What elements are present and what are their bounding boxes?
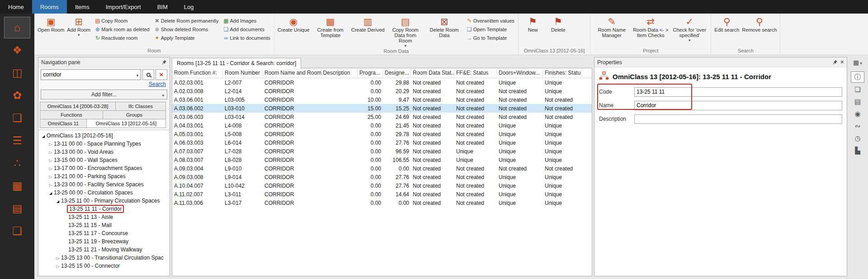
tree-expander-icon[interactable] (47, 165, 54, 171)
tab-omniclass-13[interactable]: OmniClass 13 [2012-05-16] (86, 119, 166, 128)
table-row[interactable]: A.05.03.001 L5-008 CORRIDOR 0.00 29.78 N… (172, 130, 592, 138)
menu-import-export[interactable]: Import/Export (98, 0, 149, 14)
add-room-button[interactable]: ⊞ Add Room (66, 14, 92, 37)
delete-room-permanently-button[interactable]: ✖ Delete Room permanently (153, 16, 219, 25)
tree-item[interactable]: 13-25 11 21 - Moving Walkway (38, 246, 170, 254)
systems-icon[interactable]: ◫ (5, 62, 30, 83)
tab-omniclass-14[interactable]: OmniClass 14 [2006-03-28] (40, 102, 116, 111)
workflow-icon[interactable]: ∴ (5, 153, 30, 174)
datasets-icon[interactable]: ☰ (5, 130, 30, 151)
tree-item[interactable]: 13-21 00 00 - Parking Spaces (38, 172, 170, 180)
search-go-button[interactable] (142, 69, 154, 80)
tab-ifc-classes[interactable]: Ifc Classes (115, 102, 166, 111)
open-template-button[interactable]: ❏ Open Template (466, 25, 514, 33)
column-header-room-number[interactable]: Room Number (223, 68, 263, 78)
tree-item[interactable]: 13-11 00 00 - Space Planning Types (38, 140, 170, 148)
tree-item[interactable]: 13-25 11 00 - Primary Circulation Spaces (38, 197, 170, 205)
info-icon[interactable]: ⓘ (851, 71, 864, 83)
menu-bim[interactable]: BIM (149, 0, 176, 14)
tree-item[interactable]: 13-17 00 00 - Encroachment Spaces (38, 164, 170, 172)
tree-item[interactable]: OmniClass 13 [2012-05-16] (38, 132, 170, 140)
open-room-button[interactable]: ▣ Open Room (36, 14, 66, 37)
add-filter-dropdown[interactable]: Add filter... (41, 90, 167, 99)
overwritten-values-button[interactable]: ✎ Overwritten values (466, 16, 514, 25)
column-header-finishes-status[interactable]: Finishes: Statu (543, 68, 582, 78)
attachment-icon[interactable]: ∾ (851, 120, 864, 132)
tree-item[interactable]: 13-25 11 11 - Corridor (38, 205, 170, 213)
menu-items[interactable]: Items (67, 0, 98, 14)
search-link[interactable]: Search (149, 81, 166, 87)
preview-icon[interactable]: ◉ (851, 108, 864, 119)
column-header-room-function[interactable]: Room Function #: (172, 68, 223, 78)
tree-item[interactable]: 13-25 11 19 - Breezeway (38, 237, 170, 246)
tree-expander-icon[interactable] (47, 157, 54, 163)
tree-expander-icon[interactable] (47, 149, 54, 155)
tree-item[interactable]: 13-25 11 17 - Concourse (38, 229, 170, 237)
items-icon[interactable]: ❖ (5, 40, 30, 61)
tree-item[interactable]: 13-25 11 13 - Aisle (38, 213, 170, 221)
products-icon[interactable]: ✿ (5, 85, 30, 106)
table-row[interactable]: A.07.03.007 L7-028 CORRIDOR 0.00 96.59 N… (172, 147, 592, 156)
link-to-documents-button[interactable]: ∞ Link to documents (222, 33, 270, 42)
remove-search-button[interactable]: ⚲ Remove search (741, 14, 778, 33)
tab-functions[interactable]: Functions (40, 110, 103, 119)
table-row[interactable]: A.09.03.008 L9-014 CORRIDOR 0.00 27.76 N… (172, 173, 592, 181)
tree-expander-icon[interactable] (47, 189, 54, 196)
menu-rooms[interactable]: Rooms (32, 0, 67, 14)
search-clear-button[interactable] (156, 69, 167, 80)
table-row[interactable]: A.08.03.007 L8-028 CORRIDOR 0.00 106.55 … (172, 156, 592, 164)
menu-home[interactable]: Home (0, 0, 32, 14)
tree-item[interactable]: 13-23 00 00 - Facility Service Spaces (38, 180, 170, 189)
tree-expander-icon[interactable] (47, 141, 54, 147)
table-row[interactable]: A.09.03.004 L9-010 CORRIDOR 0.00 0.00 No… (172, 164, 592, 173)
tree-expander-icon[interactable] (55, 263, 61, 269)
tree-expander-icon[interactable] (55, 198, 61, 204)
copy-room-data-from-room-button[interactable]: ▤ Copy Room Data from Room (386, 14, 425, 48)
document-icon[interactable]: ❏ (851, 84, 864, 95)
tab-omniclass-11[interactable]: OmniClass 11 (40, 119, 87, 128)
history-icon[interactable]: ◷ (851, 132, 864, 144)
rooms-table-tab[interactable]: Rooms [13-25 11 11 - Corridor & Search: … (172, 58, 301, 68)
search-input[interactable] (41, 70, 134, 79)
delete-classification-button[interactable]: ⚑ Delete (546, 14, 571, 33)
add-images-button[interactable]: ▦ Add Images (222, 16, 270, 25)
table-row[interactable]: A.10.04.007 L10-042 CORRIDOR 0.00 27.76 … (172, 181, 592, 190)
layout-selector-button[interactable]: ▦ (853, 57, 862, 68)
edit-search-button[interactable]: ⚲ Edit search (713, 14, 741, 33)
documents-icon[interactable]: ❏ (5, 108, 30, 128)
room-data-item-checks-button[interactable]: ⇄ Room Data <- > Item Checks (631, 14, 670, 43)
tree-expander-icon[interactable] (47, 181, 54, 188)
mark-room-as-deleted-button[interactable]: ⊗ Mark room as deleted (94, 25, 149, 33)
pin-icon[interactable] (833, 60, 838, 65)
code-input[interactable] (634, 87, 842, 97)
tree-expander-icon[interactable] (47, 173, 54, 180)
tab-groups[interactable]: Groups (103, 110, 166, 119)
close-icon[interactable] (840, 59, 844, 66)
description-input[interactable] (634, 114, 842, 124)
pin-icon[interactable] (162, 60, 167, 65)
handbook-icon[interactable]: ▤ (5, 198, 30, 219)
chart-icon[interactable]: ▙ (851, 145, 864, 156)
report-icon[interactable]: ▤ (851, 96, 864, 107)
new-classification-button[interactable]: ⚑ New (520, 14, 546, 33)
table-row[interactable]: A.04.03.001 L4-008 CORRIDOR 0.00 21.45 N… (172, 121, 592, 130)
table-row[interactable]: A.06.03.003 L6-014 CORRIDOR 0.00 27.76 N… (172, 138, 592, 147)
apply-template-button[interactable]: ✦ Apply Template (153, 33, 219, 42)
tree-item[interactable]: 13-15 00 00 - Wall Spaces (38, 156, 170, 164)
table-row[interactable]: A.02.03.001 L2-007 CORRIDOR 0.00 29.88 N… (172, 78, 592, 87)
tree-expander-icon[interactable] (55, 255, 61, 261)
table-row[interactable]: A.03.06.002 L03-010 CORRIDOR 15.00 15.25… (172, 104, 592, 113)
room-name-manager-button[interactable]: ✎ Room Name Manager (592, 14, 631, 43)
tree-item[interactable]: 13-25 13 00 - Transitional Circulation S… (38, 254, 170, 262)
tree-expander-icon[interactable] (40, 132, 47, 139)
tree-item[interactable]: 13-25 11 15 - Mall (38, 221, 170, 229)
delete-room-data-button[interactable]: ⊠ Delete Room Data (425, 14, 464, 48)
column-header-ffe-status[interactable]: FF&E: Status (454, 68, 497, 78)
reports-icon[interactable]: ❏ (5, 221, 30, 241)
tree-item[interactable]: 13-25 15 00 - Connector (38, 262, 170, 270)
column-header-programmed[interactable]: Progra... (358, 68, 383, 78)
column-header-room-data-status[interactable]: Room Data Stat... (411, 68, 454, 78)
tree-item[interactable]: 13-25 00 00 - Circulation Spaces (38, 189, 170, 197)
column-header-doors-windows[interactable]: Doors+Window... (497, 68, 543, 78)
create-unique-button[interactable]: ◉ Create Unique (276, 14, 311, 48)
